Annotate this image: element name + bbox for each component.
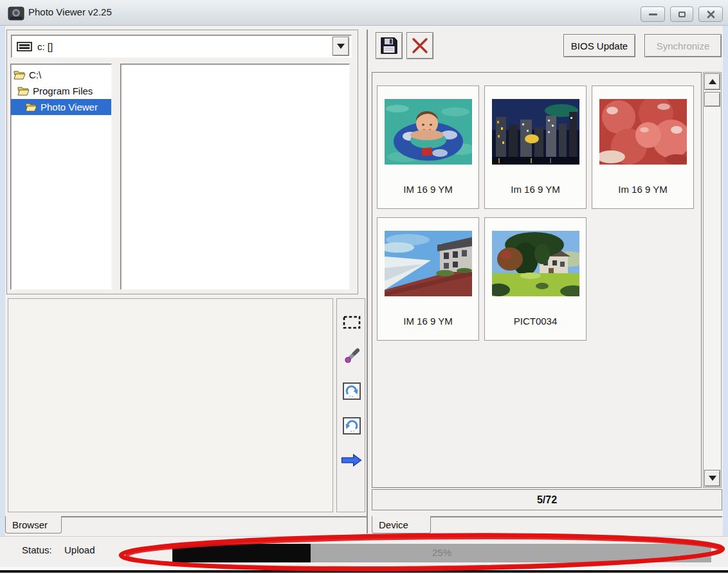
- panel-splitter[interactable]: [367, 30, 368, 534]
- thumbnail-item[interactable]: IM 16 9 YM: [377, 85, 479, 209]
- thumbnail-label: PICT0034: [485, 316, 586, 327]
- file-list[interactable]: [120, 64, 350, 290]
- folder-tree-item-photo-viewer[interactable]: Photo Viewer: [11, 99, 111, 115]
- scroll-up-button[interactable]: [704, 73, 720, 90]
- tab-device-label: Device: [379, 519, 408, 530]
- rotate-cw-icon: [342, 381, 361, 400]
- thumbnail-scrollbar[interactable]: [703, 72, 722, 488]
- thumbnail-item[interactable]: IM 16 9 YM: [377, 217, 479, 341]
- scroll-down-button[interactable]: [704, 470, 720, 487]
- thumbnail-label: Im 16 9 YM: [592, 184, 693, 195]
- bios-update-button[interactable]: BIOS Update: [563, 34, 635, 57]
- tab-browser[interactable]: Browser: [5, 516, 62, 534]
- thumbnail-image: [599, 99, 687, 165]
- drive-icon: [17, 42, 32, 51]
- open-folder-icon: [25, 102, 37, 112]
- maximize-button[interactable]: [670, 6, 693, 22]
- blue-right-arrow-icon: [341, 451, 362, 469]
- maximize-icon: [678, 12, 686, 17]
- thumbnail-item[interactable]: PICT0034: [484, 217, 587, 341]
- thumbnail-label: IM 16 9 YM: [378, 316, 478, 327]
- upload-progress-bar: 25%: [172, 544, 711, 562]
- status-value: Upload: [64, 544, 95, 555]
- marquee-icon: [342, 315, 361, 330]
- open-folder-icon: [17, 86, 30, 96]
- erase-button[interactable]: [341, 345, 362, 367]
- red-x-delete-icon: [411, 37, 429, 55]
- status-label: Status:: [22, 544, 52, 555]
- drive-selector-dropdown-button[interactable]: [332, 37, 349, 56]
- preview-area: [8, 298, 333, 512]
- thumbnail-image: [492, 99, 579, 165]
- thumbnail-label: IM 16 9 YM: [378, 184, 478, 195]
- tool-strip: [336, 298, 365, 512]
- photo-viewer-window: Photo Viewer v2.25 c: []: [0, 0, 728, 574]
- folder-tree-item-label: C:\: [29, 69, 41, 80]
- thumbnail-label: Im 16 9 YM: [485, 184, 586, 195]
- rotate-clockwise-button[interactable]: [341, 380, 362, 402]
- rotate-counterclockwise-button[interactable]: [341, 415, 362, 436]
- delete-button[interactable]: [406, 32, 433, 59]
- window-frame-right: [723, 26, 728, 567]
- thumbnail-item[interactable]: Im 16 9 YM: [592, 85, 694, 209]
- window-bottom-border: [0, 570, 728, 573]
- close-button[interactable]: [698, 6, 723, 22]
- close-icon: [707, 10, 715, 19]
- drive-selector-value: c: []: [37, 41, 53, 52]
- minimize-button[interactable]: [641, 6, 665, 22]
- photo-counter: 5/72: [537, 494, 557, 506]
- browser-tab-strip-line: [62, 516, 367, 517]
- status-bar: Status: Upload 25%: [0, 536, 728, 567]
- progress-percent-text: 25%: [172, 547, 711, 558]
- app-icon: [8, 6, 24, 21]
- open-folder-icon: [14, 70, 26, 80]
- scroll-down-icon: [709, 476, 716, 481]
- title-bar: Photo Viewer v2.25: [0, 0, 728, 26]
- window-frame-left: [0, 26, 5, 567]
- rotate-ccw-icon: [342, 416, 361, 435]
- select-region-button[interactable]: [341, 312, 362, 334]
- folder-tree: C:\ Program Files Photo Viewer: [10, 64, 112, 290]
- thumbnail-item[interactable]: Im 16 9 YM: [484, 85, 587, 209]
- drive-selector[interactable]: c: []: [11, 35, 352, 58]
- thumbnail-image: [385, 99, 472, 165]
- transfer-button[interactable]: [341, 451, 362, 470]
- window-title: Photo Viewer v2.25: [28, 6, 112, 17]
- folder-tree-item-label: Program Files: [33, 85, 93, 96]
- eraser-pen-icon: [342, 347, 361, 365]
- minimize-icon: [649, 13, 657, 15]
- folder-tree-item-program-files[interactable]: Program Files: [11, 83, 111, 99]
- synchronize-label: Synchronize: [657, 40, 710, 51]
- scroll-up-icon: [709, 79, 716, 84]
- floppy-save-icon: [380, 37, 398, 55]
- tab-browser-label: Browser: [12, 519, 48, 530]
- tab-device[interactable]: Device: [372, 516, 431, 534]
- dropdown-arrow-icon: [337, 44, 345, 49]
- thumbnail-image: [385, 231, 472, 296]
- folder-tree-item-label: Photo Viewer: [41, 102, 98, 112]
- bios-update-label: BIOS Update: [571, 40, 628, 51]
- folder-tree-item-c-drive[interactable]: C:\: [11, 67, 111, 83]
- photo-counter-bar: 5/72: [372, 489, 722, 510]
- save-button[interactable]: [376, 32, 403, 59]
- thumbnail-image: [492, 231, 579, 296]
- scrollbar-thumb[interactable]: [704, 92, 720, 107]
- synchronize-button[interactable]: Synchronize: [644, 34, 722, 57]
- device-tab-strip-line: [431, 516, 722, 517]
